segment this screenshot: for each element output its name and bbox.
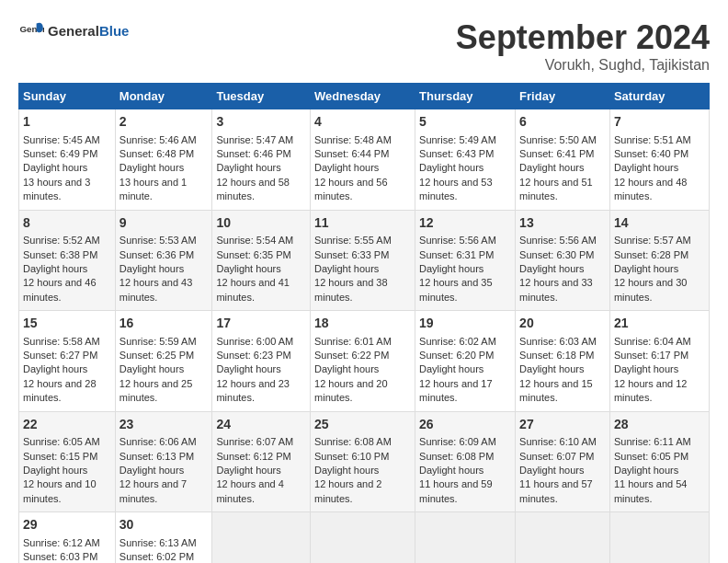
daylight-value: 12 hours and 53 minutes. <box>419 177 493 201</box>
day-number: 18 <box>314 315 411 333</box>
daylight-label: Daylight hours <box>419 162 483 173</box>
daylight-label: Daylight hours <box>314 465 379 476</box>
day-number: 8 <box>23 214 111 233</box>
calendar-cell: 17Sunrise: 6:00 AMSunset: 6:23 PMDayligh… <box>212 311 311 412</box>
calendar-cell: 25Sunrise: 6:08 AMSunset: 6:10 PMDayligh… <box>311 411 415 512</box>
calendar-week-2: 8Sunrise: 5:52 AMSunset: 6:38 PMDaylight… <box>19 210 710 311</box>
calendar-cell: 1Sunrise: 5:45 AMSunset: 6:49 PMDaylight… <box>19 109 116 211</box>
logo: General GeneralBlue <box>18 18 129 44</box>
sunrise: Sunrise: 6:13 AM <box>119 537 197 548</box>
daylight-value: 12 hours and 10 minutes. <box>23 478 97 503</box>
calendar-cell: 24Sunrise: 6:07 AMSunset: 6:12 PMDayligh… <box>212 411 311 512</box>
sunset: Sunset: 6:15 PM <box>23 451 97 462</box>
calendar-cell: 5Sunrise: 5:49 AMSunset: 6:43 PMDaylight… <box>415 109 516 211</box>
calendar-cell: 3Sunrise: 5:47 AMSunset: 6:46 PMDaylight… <box>212 109 311 211</box>
calendar-cell: 16Sunrise: 5:59 AMSunset: 6:25 PMDayligh… <box>115 311 212 412</box>
sunset: Sunset: 6:35 PM <box>216 249 290 260</box>
sunrise: Sunrise: 5:57 AM <box>614 235 691 246</box>
sunset: Sunset: 6:18 PM <box>519 350 594 361</box>
daylight-value: 12 hours and 58 minutes. <box>216 177 290 201</box>
sunset: Sunset: 6:25 PM <box>119 350 194 361</box>
day-number: 16 <box>119 315 209 333</box>
location: Vorukh, Sughd, Tajikistan <box>456 57 710 74</box>
calendar-cell: 22Sunrise: 6:05 AMSunset: 6:15 PMDayligh… <box>19 411 116 512</box>
sunset: Sunset: 6:43 PM <box>419 148 494 159</box>
sunrise: Sunrise: 6:03 AM <box>519 336 597 347</box>
sunset: Sunset: 6:30 PM <box>519 249 594 260</box>
daylight-value: 12 hours and 17 minutes. <box>419 378 493 403</box>
daylight-label: Daylight hours <box>216 363 280 374</box>
daylight-label: Daylight hours <box>614 162 678 173</box>
daylight-label: Daylight hours <box>216 162 280 173</box>
daylight-label: Daylight hours <box>314 263 379 274</box>
sunset: Sunset: 6:49 PM <box>23 148 97 159</box>
daylight-value: 12 hours and 15 minutes. <box>519 378 593 403</box>
sunrise: Sunrise: 5:53 AM <box>119 235 197 246</box>
day-number: 11 <box>314 214 411 233</box>
logo-icon: General <box>18 18 44 44</box>
weekday-header-tuesday: Tuesday <box>212 84 311 109</box>
day-number: 15 <box>23 315 111 333</box>
sunrise: Sunrise: 5:59 AM <box>119 336 197 347</box>
day-number: 13 <box>519 214 606 233</box>
calendar-cell <box>311 512 415 563</box>
calendar-cell: 30Sunrise: 6:13 AMSunset: 6:02 PMDayligh… <box>115 512 212 563</box>
day-number: 22 <box>23 416 111 434</box>
weekday-header-thursday: Thursday <box>415 84 516 109</box>
daylight-label: Daylight hours <box>216 465 280 476</box>
day-number: 6 <box>519 113 606 132</box>
daylight-label: Daylight hours <box>614 465 678 476</box>
day-number: 7 <box>614 113 705 132</box>
calendar-cell: 9Sunrise: 5:53 AMSunset: 6:36 PMDaylight… <box>115 210 212 311</box>
daylight-value: 12 hours and 51 minutes. <box>519 177 593 201</box>
calendar-cell: 27Sunrise: 6:10 AMSunset: 6:07 PMDayligh… <box>516 411 610 512</box>
day-number: 20 <box>519 315 606 333</box>
daylight-value: 11 hours and 57 minutes. <box>519 478 593 503</box>
sunrise: Sunrise: 6:10 AM <box>519 436 597 447</box>
page-header: General GeneralBlue September 2024 Voruk… <box>18 18 710 74</box>
calendar-week-4: 22Sunrise: 6:05 AMSunset: 6:15 PMDayligh… <box>19 411 710 512</box>
calendar-cell: 14Sunrise: 5:57 AMSunset: 6:28 PMDayligh… <box>609 210 709 311</box>
calendar-cell: 13Sunrise: 5:56 AMSunset: 6:30 PMDayligh… <box>516 210 610 311</box>
sunset: Sunset: 6:23 PM <box>216 350 290 361</box>
daylight-value: 12 hours and 20 minutes. <box>314 378 388 403</box>
calendar-table: SundayMondayTuesdayWednesdayThursdayFrid… <box>18 83 710 563</box>
daylight-value: 12 hours and 56 minutes. <box>314 177 388 201</box>
calendar-cell: 4Sunrise: 5:48 AMSunset: 6:44 PMDaylight… <box>311 109 415 211</box>
sunrise: Sunrise: 5:51 AM <box>614 134 691 145</box>
sunrise: Sunrise: 6:05 AM <box>23 436 100 447</box>
sunset: Sunset: 6:17 PM <box>614 350 688 361</box>
day-number: 14 <box>614 214 705 233</box>
calendar-cell: 8Sunrise: 5:52 AMSunset: 6:38 PMDaylight… <box>19 210 116 311</box>
calendar-cell: 21Sunrise: 6:04 AMSunset: 6:17 PMDayligh… <box>609 311 709 412</box>
sunrise: Sunrise: 5:54 AM <box>216 235 293 246</box>
sunrise: Sunrise: 5:50 AM <box>519 134 597 145</box>
day-number: 29 <box>23 516 111 534</box>
daylight-label: Daylight hours <box>614 363 678 374</box>
daylight-label: Daylight hours <box>23 465 87 476</box>
sunset: Sunset: 6:28 PM <box>614 249 688 260</box>
calendar-cell: 2Sunrise: 5:46 AMSunset: 6:48 PMDaylight… <box>115 109 212 211</box>
daylight-value: 12 hours and 7 minutes. <box>119 478 187 503</box>
day-number: 21 <box>614 315 705 333</box>
calendar-cell: 26Sunrise: 6:09 AMSunset: 6:08 PMDayligh… <box>415 411 516 512</box>
sunrise: Sunrise: 6:09 AM <box>419 436 496 447</box>
daylight-label: Daylight hours <box>519 465 584 476</box>
sunrise: Sunrise: 5:56 AM <box>519 235 597 246</box>
daylight-value: 12 hours and 2 minutes. <box>314 478 381 503</box>
day-number: 25 <box>314 416 411 434</box>
calendar-cell: 10Sunrise: 5:54 AMSunset: 6:35 PMDayligh… <box>212 210 311 311</box>
calendar-cell <box>415 512 516 563</box>
sunrise: Sunrise: 5:47 AM <box>216 134 293 145</box>
daylight-value: 13 hours and 1 minute. <box>119 177 187 201</box>
day-number: 1 <box>23 113 111 132</box>
daylight-label: Daylight hours <box>119 263 184 274</box>
weekday-header-monday: Monday <box>115 84 212 109</box>
calendar-cell: 20Sunrise: 6:03 AMSunset: 6:18 PMDayligh… <box>516 311 610 412</box>
daylight-label: Daylight hours <box>119 465 184 476</box>
calendar-cell: 29Sunrise: 6:12 AMSunset: 6:03 PMDayligh… <box>19 512 116 563</box>
sunset: Sunset: 6:38 PM <box>23 249 97 260</box>
sunset: Sunset: 6:12 PM <box>216 451 290 462</box>
sunset: Sunset: 6:22 PM <box>314 350 389 361</box>
sunrise: Sunrise: 6:11 AM <box>614 436 691 447</box>
